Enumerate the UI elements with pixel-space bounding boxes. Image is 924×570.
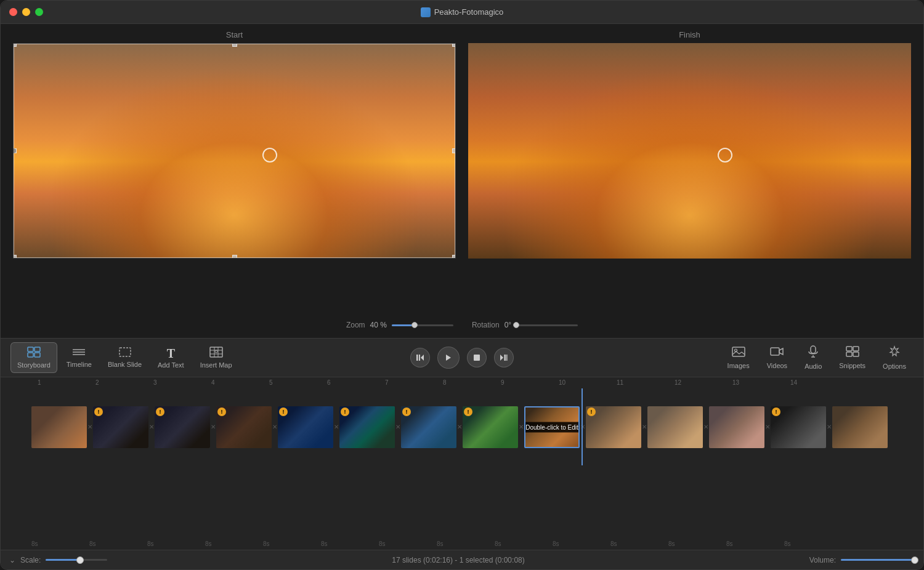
slide-thumb-5[interactable]: ! — [278, 406, 333, 448]
slide-item-13[interactable]: ✕! — [764, 406, 826, 448]
options-button[interactable]: Options — [875, 342, 914, 374]
slide-thumb-3[interactable]: ! — [155, 406, 210, 448]
timeline-numbers: 1234567891011121314 — [1, 377, 923, 388]
storyboard-icon — [27, 347, 41, 359]
volume-slider[interactable] — [841, 559, 915, 561]
slide-thumb-8[interactable]: ! — [463, 406, 518, 448]
slide-thumb-6[interactable]: ! — [339, 406, 395, 448]
timeline-area: 1234567891011121314 ✕!✕!✕!✕!✕!✕!✕!✕Doubl… — [1, 377, 923, 550]
images-button[interactable]: Images — [720, 342, 757, 373]
skip-back-button[interactable] — [410, 348, 430, 367]
svg-rect-12 — [419, 355, 420, 361]
zoom-slider[interactable] — [392, 324, 453, 326]
storyboard-button[interactable]: Storyboard — [10, 342, 57, 373]
timeline-icon — [72, 347, 86, 359]
slide-thumb-14[interactable] — [832, 406, 888, 448]
slide-thumb-7[interactable]: ! — [401, 406, 456, 448]
warning-badge-5: ! — [279, 407, 288, 416]
slide-item-11[interactable]: ✕ — [641, 406, 703, 448]
play-button[interactable] — [437, 347, 460, 369]
rotation-slider[interactable] — [516, 324, 578, 326]
slide-item-2[interactable]: ✕! — [87, 406, 148, 448]
slide-item-9[interactable]: ✕Double-click to Edit — [518, 406, 580, 448]
storyboard-label: Storyboard — [17, 361, 51, 369]
svg-rect-2 — [28, 353, 33, 357]
scale-slider[interactable] — [46, 559, 107, 561]
transition-1: ✕ — [87, 423, 93, 430]
slide-item-1[interactable] — [31, 406, 87, 448]
slide-inner-12 — [709, 406, 764, 448]
scale-label-1: 8s — [89, 540, 147, 547]
svg-rect-8 — [210, 347, 222, 357]
svg-rect-25 — [853, 347, 859, 351]
track-number-12: 12 — [675, 379, 732, 386]
svg-rect-16 — [505, 355, 506, 361]
slide-thumb-9[interactable]: Double-click to Edit — [524, 406, 580, 448]
close-button[interactable] — [9, 8, 17, 16]
slide-thumb-2[interactable]: ! — [93, 406, 148, 448]
track-number-7: 7 — [385, 379, 443, 386]
audio-button[interactable]: Audio — [797, 342, 829, 374]
rotation-control: Rotation 0° — [472, 321, 578, 329]
start-image[interactable] — [13, 43, 456, 259]
finish-image[interactable] — [468, 43, 911, 259]
slide-thumb-12[interactable] — [709, 406, 764, 448]
scale-label-3: 8s — [205, 540, 263, 547]
playback-controls — [410, 347, 514, 369]
snippets-button[interactable]: Snippets — [832, 342, 873, 373]
timeline-slides[interactable]: ✕!✕!✕!✕!✕!✕!✕!✕Double-click to Edit✕!✕✕✕… — [1, 388, 923, 465]
warning-badge-7: ! — [402, 407, 411, 416]
add-text-label: Add Text — [158, 361, 184, 369]
volume-slider-thumb[interactable] — [911, 556, 918, 564]
warning-badge-10: ! — [587, 407, 596, 416]
scale-label-13: 8s — [784, 540, 842, 547]
images-icon — [732, 346, 745, 360]
slide-item-10[interactable]: ✕! — [580, 406, 641, 448]
track-number-4: 4 — [211, 379, 269, 386]
slide-thumb-11[interactable] — [647, 406, 703, 448]
transition-11: ✕ — [703, 423, 709, 430]
transition-10: ✕ — [641, 423, 647, 430]
add-text-button[interactable]: T Add Text — [151, 343, 191, 373]
slide-item-12[interactable]: ✕ — [703, 406, 764, 448]
slide-item-4[interactable]: ✕! — [210, 406, 272, 448]
svg-rect-7 — [120, 348, 131, 356]
slide-item-3[interactable]: ✕! — [148, 406, 210, 448]
transition-3: ✕ — [210, 423, 216, 430]
slide-item-5[interactable]: ✕! — [272, 406, 333, 448]
minimize-button[interactable] — [22, 8, 30, 16]
app-icon — [421, 7, 431, 17]
slide-inner-1 — [31, 406, 87, 448]
slide-thumb-10[interactable]: ! — [586, 406, 641, 448]
finish-photo — [468, 43, 911, 259]
timeline-empty — [1, 465, 923, 537]
stop-button[interactable] — [467, 348, 487, 367]
slide-tooltip-9: Double-click to Edit — [524, 422, 580, 432]
insert-map-button[interactable]: Insert Map — [193, 342, 239, 373]
slide-thumb-4[interactable]: ! — [216, 406, 272, 448]
svg-rect-3 — [34, 353, 40, 357]
blank-slide-button[interactable]: Blank Slide — [101, 343, 148, 372]
audio-label: Audio — [804, 363, 822, 370]
svg-rect-20 — [771, 348, 779, 355]
warning-badge-4: ! — [217, 407, 226, 416]
scale-label-4: 8s — [263, 540, 321, 547]
rotation-value: 0° — [505, 321, 511, 329]
scale-slider-thumb[interactable] — [76, 556, 84, 564]
slide-thumb-13[interactable]: ! — [771, 406, 826, 448]
skip-forward-button[interactable] — [494, 348, 514, 367]
slide-inner-11 — [647, 406, 703, 448]
chevron-down-icon[interactable]: ⌄ — [9, 556, 15, 564]
finish-focus-circle — [718, 148, 732, 163]
scale-label-8: 8s — [495, 540, 553, 547]
slide-item-14[interactable]: ✕ — [826, 406, 888, 448]
timeline-button[interactable]: Timeline — [60, 343, 99, 372]
slide-thumb-1[interactable] — [31, 406, 87, 448]
slide-item-6[interactable]: ✕! — [333, 406, 395, 448]
maximize-button[interactable] — [35, 8, 43, 16]
svg-rect-26 — [846, 352, 852, 356]
videos-button[interactable]: Videos — [760, 342, 795, 373]
slide-item-8[interactable]: ✕! — [456, 406, 518, 448]
finish-label: Finish — [679, 30, 700, 39]
slide-item-7[interactable]: ✕! — [395, 406, 456, 448]
